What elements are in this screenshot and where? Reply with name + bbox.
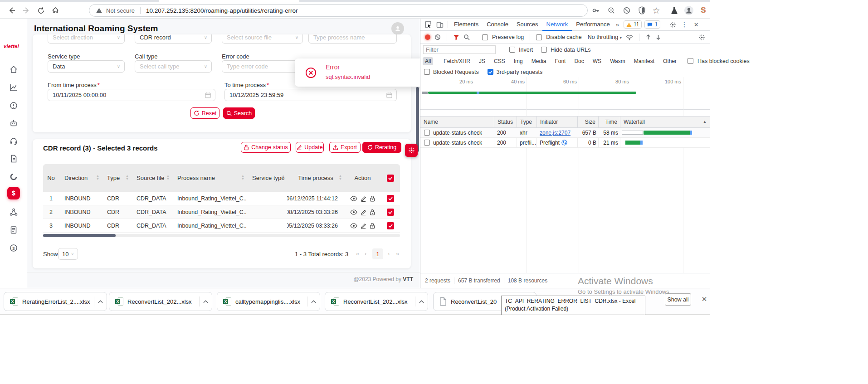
sort-icon[interactable]: ▲▼: [96, 174, 99, 180]
sidebar-alert-icon[interactable]: [9, 101, 18, 110]
sidebar-billing-icon[interactable]: $: [9, 243, 18, 253]
source-file-select[interactable]: Select source file ∨: [222, 34, 303, 44]
resource-filter-media[interactable]: Media: [529, 57, 549, 65]
devtools-close-icon[interactable]: ✕: [690, 19, 702, 29]
third-party-checkbox[interactable]: [488, 69, 493, 75]
warnings-badge[interactable]: 11: [624, 20, 642, 29]
device-toolbar-icon[interactable]: [434, 19, 446, 29]
header-direction[interactable]: Direction▲▼: [59, 164, 102, 192]
column-time[interactable]: Time: [598, 117, 620, 127]
sort-icon[interactable]: ▲▼: [166, 174, 170, 180]
request-initiator[interactable]: zone.js:2707: [540, 128, 577, 138]
invert-checkbox[interactable]: [509, 47, 515, 53]
header-select-all[interactable]: [381, 164, 400, 192]
home-icon[interactable]: [50, 5, 61, 16]
table-row[interactable]: 1INBOUNDCDRCDR_DATAInbound_Rating_Viette…: [43, 192, 400, 205]
reset-button[interactable]: Reset: [190, 107, 219, 119]
pager-next[interactable]: ›: [388, 250, 390, 257]
lock-icon[interactable]: [370, 209, 375, 215]
waterfall-bar[interactable]: [644, 131, 691, 135]
pager-page-1[interactable]: 1: [372, 248, 383, 259]
view-icon[interactable]: [350, 209, 357, 215]
address-bar[interactable]: Not secure 10.207.252.135:8200/roaming-a…: [89, 4, 588, 17]
resource-filter-all[interactable]: All: [423, 57, 433, 65]
download-item[interactable]: Xcalltypemappinglis....xlsx: [217, 292, 320, 311]
direction-select[interactable]: Select direction ∨: [48, 34, 125, 44]
devtools-menu-icon[interactable]: ⋮: [678, 19, 690, 29]
disable-cache-checkbox[interactable]: [536, 34, 542, 40]
import-har-icon[interactable]: [645, 34, 651, 40]
record-type-select[interactable]: CDR record ∨: [135, 34, 212, 44]
download-menu-chevron-icon[interactable]: [311, 300, 316, 303]
network-conditions-icon[interactable]: [626, 34, 633, 40]
column-type[interactable]: Type: [517, 117, 536, 127]
update-button[interactable]: Update: [296, 142, 324, 153]
header-type[interactable]: Type▲▼: [102, 164, 131, 192]
request-checkbox[interactable]: [424, 140, 430, 146]
export-har-icon[interactable]: [655, 34, 661, 40]
forward-icon[interactable]: [21, 5, 32, 16]
row-checkbox[interactable]: [387, 222, 394, 229]
resource-filter-css[interactable]: CSS: [492, 57, 507, 65]
resource-filter-wasm[interactable]: Wasm: [608, 57, 628, 65]
column-initiator[interactable]: Initiator: [536, 117, 577, 127]
back-icon[interactable]: [6, 5, 17, 16]
request-checkbox[interactable]: [424, 130, 430, 136]
header-service-type[interactable]: Service type▲▼: [247, 164, 287, 192]
edit-icon[interactable]: [361, 209, 366, 215]
key-icon[interactable]: [591, 5, 601, 15]
download-menu-chevron-icon[interactable]: [98, 300, 103, 303]
header-process-name[interactable]: Process name▲▼: [172, 164, 247, 192]
sidebar-network-icon[interactable]: [9, 208, 18, 217]
more-tabs-icon[interactable]: »: [614, 21, 621, 28]
waterfall-bar[interactable]: [625, 141, 641, 145]
page-size-select[interactable]: 10 ∨: [58, 248, 78, 260]
resource-filter-img[interactable]: Img: [512, 57, 525, 65]
blocked-requests-checkbox[interactable]: [424, 69, 430, 75]
download-item[interactable]: XReconvertList_202...xlsx: [109, 292, 212, 311]
devtools-settings-icon[interactable]: [667, 19, 678, 29]
preserve-log-checkbox[interactable]: [482, 34, 488, 40]
view-icon[interactable]: [350, 196, 357, 201]
download-item[interactable]: XReconvertList_202...xlsx: [325, 292, 428, 311]
resource-filter-ws[interactable]: WS: [590, 57, 604, 65]
devtools-tab-sources[interactable]: Sources: [512, 19, 542, 31]
header-no[interactable]: No: [43, 164, 59, 192]
record-icon[interactable]: [425, 34, 430, 40]
network-search-icon[interactable]: [463, 34, 470, 40]
pager-last[interactable]: »: [396, 250, 399, 257]
devtools-tab-elements[interactable]: Elements: [450, 19, 483, 31]
view-icon[interactable]: [350, 223, 357, 228]
inspect-element-icon[interactable]: [422, 19, 434, 29]
resource-filter-js[interactable]: JS: [477, 57, 488, 65]
horizontal-scrollbar-thumb[interactable]: [43, 234, 116, 237]
devtools-tab-console[interactable]: Console: [483, 19, 512, 31]
download-item[interactable]: XReratingErrorList_2....xlsx: [4, 292, 107, 311]
export-button[interactable]: Export: [329, 142, 361, 153]
content-blocked-icon[interactable]: [622, 5, 632, 15]
devtools-tab-performance[interactable]: Performance: [572, 19, 614, 31]
sidebar-support-icon[interactable]: [9, 136, 18, 146]
network-settings-icon[interactable]: [698, 34, 705, 41]
row-checkbox[interactable]: [387, 209, 394, 216]
initiator-link[interactable]: zone.js:2707: [540, 130, 571, 136]
profile-avatar[interactable]: [684, 5, 694, 15]
filter-icon[interactable]: [453, 34, 459, 40]
sidebar-home-icon[interactable]: [9, 65, 18, 74]
header-action[interactable]: Action: [344, 164, 381, 192]
error-code-input[interactable]: Type error code: [222, 60, 303, 73]
issues-badge[interactable]: 1: [644, 20, 660, 29]
sidebar-donut-chart-icon[interactable]: [9, 172, 18, 181]
pager-prev[interactable]: ‹: [365, 250, 366, 257]
shelf-close-icon[interactable]: ✕: [699, 294, 709, 304]
download-menu-chevron-icon[interactable]: [419, 300, 424, 303]
edit-icon[interactable]: [361, 223, 366, 229]
sidebar-report-icon[interactable]: [9, 225, 18, 234]
throttling-select[interactable]: No throttling ▾: [588, 34, 622, 40]
change-status-button[interactable]: Change status: [241, 142, 291, 153]
download-menu-chevron-icon[interactable]: [203, 300, 208, 303]
resource-filter-other[interactable]: Other: [661, 57, 679, 65]
network-request-row[interactable]: update-status-check200xhrzone.js:2707657…: [420, 128, 710, 138]
extension-s-icon[interactable]: S: [698, 5, 708, 15]
header-source-file[interactable]: Source file▲▼: [131, 164, 172, 192]
